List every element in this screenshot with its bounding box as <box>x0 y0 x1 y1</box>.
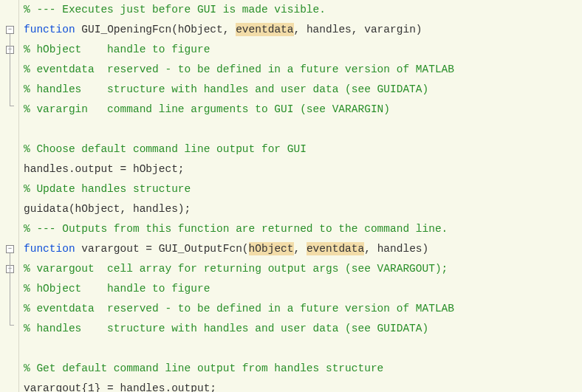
code-line[interactable]: guidata(hObject, handles); <box>24 199 582 219</box>
code-span: function <box>24 243 81 255</box>
code-span: % Get default command line output from h… <box>24 362 383 374</box>
code-line[interactable]: % varargout cell array for returning out… <box>24 259 582 279</box>
code-line[interactable]: varargout{1} = handles.output; <box>24 379 582 392</box>
code-line[interactable]: % Get default command line output from h… <box>24 359 582 379</box>
code-span: % eventdata reserved - to be defined in … <box>24 63 454 75</box>
code-line[interactable]: % --- Outputs from this function are ret… <box>24 219 582 239</box>
code-area[interactable]: % --- Executes just before GUI is made v… <box>19 0 582 392</box>
code-line[interactable]: handles.output = hObject; <box>24 159 582 179</box>
code-span: % Choose default command line output for… <box>24 143 307 155</box>
code-span: eventdata <box>236 23 293 36</box>
code-editor: −−−− % --- Executes just before GUI is m… <box>0 0 582 392</box>
code-span: % --- Executes just before GUI is made v… <box>24 4 326 16</box>
code-span: % hObject handle to figure <box>24 44 210 55</box>
fold-end <box>10 325 14 326</box>
code-line[interactable]: % Choose default command line output for… <box>24 140 582 159</box>
code-span: function <box>24 24 81 35</box>
code-span <box>24 123 30 135</box>
code-span: hObject <box>249 242 294 255</box>
code-line[interactable]: % Update handles structure <box>24 179 582 199</box>
code-span <box>24 343 30 354</box>
code-line[interactable] <box>24 339 582 359</box>
code-span: % Update handles structure <box>24 183 191 195</box>
fold-line <box>10 54 10 106</box>
fold-function-2-icon[interactable]: − <box>6 245 14 253</box>
code-span: % handles structure with handles and use… <box>24 83 428 95</box>
code-span: , handles) <box>364 243 428 255</box>
code-line[interactable]: % hObject handle to figure <box>24 40 582 60</box>
code-line[interactable]: function varargout = GUI_OutputFcn(hObje… <box>24 239 582 259</box>
code-span: varargout = GUI_OutputFcn( <box>81 243 248 255</box>
code-line[interactable]: % --- Executes just before GUI is made v… <box>24 0 582 20</box>
code-span: guidata(hObject, handles); <box>24 203 191 215</box>
code-line[interactable] <box>24 120 582 140</box>
code-line[interactable]: function GUI_OpeningFcn(hObject, eventda… <box>24 20 582 40</box>
code-span: % varargin command line arguments to GUI… <box>24 103 390 115</box>
code-span: % handles structure with handles and use… <box>24 323 428 334</box>
code-span: GUI_OpeningFcn(hObject, <box>81 24 236 35</box>
code-span: eventdata <box>307 242 364 255</box>
gutter: −−−− <box>0 0 19 392</box>
code-line[interactable]: % handles structure with handles and use… <box>24 319 582 339</box>
code-line[interactable]: % eventdata reserved - to be defined in … <box>24 60 582 80</box>
fold-line <box>10 273 10 325</box>
code-span: % eventdata reserved - to be defined in … <box>24 303 454 314</box>
code-span: , handles, varargin) <box>294 24 422 35</box>
fold-function-1-icon[interactable]: − <box>6 26 14 34</box>
fold-end <box>10 106 14 106</box>
code-line[interactable]: % handles structure with handles and use… <box>24 80 582 100</box>
code-span: varargout{1} = handles.output; <box>24 382 216 392</box>
code-line[interactable]: % varargin command line arguments to GUI… <box>24 100 582 120</box>
code-span: % varargout cell array for returning out… <box>24 263 448 275</box>
code-span: % hObject handle to figure <box>24 283 210 295</box>
code-line[interactable]: % hObject handle to figure <box>24 279 582 299</box>
code-line[interactable]: % eventdata reserved - to be defined in … <box>24 299 582 319</box>
code-span: , <box>294 243 307 255</box>
code-span: handles.output = hObject; <box>24 163 185 175</box>
code-span: % --- Outputs from this function are ret… <box>24 223 448 235</box>
